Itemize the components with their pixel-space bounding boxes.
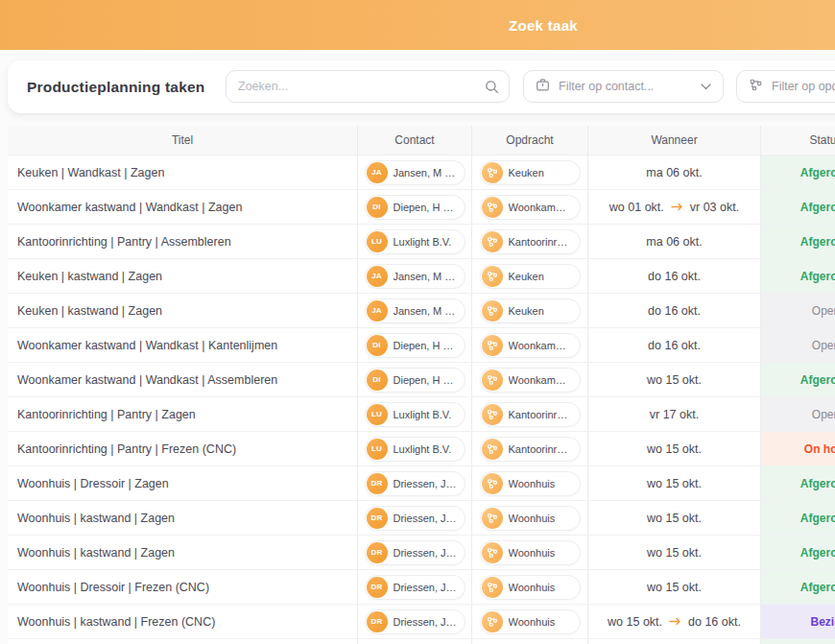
date-start: wo 15 okt. — [647, 442, 702, 456]
date-range: wo 01 okt. vr 03 okt. — [609, 201, 739, 214]
table-row[interactable]: Keuken | Wandkast | Zagen JA Jansen, M …… — [8, 155, 835, 189]
opdracht-chip[interactable]: Kantoorinr… — [480, 402, 581, 427]
contact-chip[interactable]: DR Driessen, J… — [365, 540, 465, 565]
opdracht-chip[interactable]: Woonhuis — [480, 471, 581, 496]
date-start: do 16 okt. — [648, 339, 701, 352]
contact-name: Luxlight B.V. — [394, 236, 452, 248]
opdracht-chip[interactable]: Keuken — [480, 264, 581, 289]
date-start: wo 15 okt. — [647, 546, 702, 560]
contact-avatar: DR — [367, 542, 388, 563]
table-row[interactable]: Woonhuis | Dressoir | Frezen (CNC) DR Dr… — [8, 569, 835, 604]
date-start: ma 06 okt. — [646, 166, 702, 179]
table-row[interactable]: Keuken | kastwand | Zagen JA Jansen, M …… — [8, 258, 835, 293]
search-icon[interactable] — [485, 80, 499, 94]
contact-name: Jansen, M … — [394, 167, 456, 179]
task-title: Woonkamer kastwand | Wandkast | Zagen — [17, 201, 242, 214]
sitemap-icon — [482, 404, 503, 425]
date-range: do 16 okt. — [648, 270, 701, 283]
sitemap-icon — [482, 300, 503, 322]
contact-chip[interactable]: LU Luxlight B.V. — [365, 437, 465, 462]
contact-chip[interactable]: DR Driessen, J… — [365, 575, 465, 600]
contact-chip[interactable]: DI Diepen, H … — [365, 368, 465, 393]
contact-chip[interactable]: DI Diepen, H … — [365, 333, 465, 358]
contact-chip[interactable]: JA Jansen, M … — [365, 298, 465, 323]
contact-chip[interactable]: LU Luxlight B.V. — [365, 229, 465, 254]
contact-name: Diepen, H … — [394, 340, 454, 351]
status-badge: Afgerond — [760, 190, 835, 224]
opdracht-name: Woonkam… — [509, 202, 566, 213]
date-range: wo 15 okt. do 16 okt. — [608, 615, 741, 629]
opdracht-chip[interactable]: Keuken — [480, 298, 581, 323]
contact-avatar: DR — [367, 508, 388, 529]
task-title: Keuken | Wandkast | Zagen — [17, 166, 164, 179]
opdracht-chip[interactable]: Woonhuis — [480, 609, 581, 634]
table-row[interactable]: Woonkamer kastwand | Wandkast | Zagen DI… — [8, 189, 835, 224]
table-row[interactable]: Woonkamer kastwand | Wandkast | Assemble… — [8, 362, 835, 396]
date-start: wo 15 okt. — [647, 581, 702, 594]
sitemap-icon — [482, 611, 503, 632]
date-end: vr 03 okt. — [690, 201, 739, 214]
opdracht-name: Keuken — [509, 271, 544, 282]
opdracht-chip[interactable]: Woonkam… — [480, 333, 581, 358]
filter-opdracht-dropdown[interactable]: Filter op opdracht... — [736, 70, 835, 103]
date-start: wo 01 okt. — [609, 201, 664, 214]
contact-avatar: DR — [367, 577, 388, 598]
sitemap-icon — [482, 197, 503, 218]
contact-chip[interactable]: DR Driessen, J… — [365, 506, 465, 531]
status-badge: Open — [760, 294, 835, 327]
status-badge: On hold — [760, 432, 835, 465]
opdracht-chip[interactable]: Woonhuis — [480, 540, 581, 565]
arrow-right-icon — [671, 203, 683, 211]
task-title: Woonkamer kastwand | Wandkast | Kantenli… — [17, 339, 277, 352]
opdracht-name: Keuken — [509, 167, 544, 179]
page-title: Productieplanning taken — [27, 79, 204, 96]
task-title: Keuken | kastwand | Zagen — [17, 270, 162, 283]
contact-chip[interactable]: DI Diepen, H … — [365, 195, 465, 220]
table-row[interactable]: Woonhuis | kastwand | Frezen (CNC) DR Dr… — [8, 604, 835, 638]
table-row[interactable]: Keuken | kastwand | Zagen JA Jansen, M …… — [8, 293, 835, 327]
opdracht-chip[interactable]: Kantoorinr… — [480, 229, 581, 254]
task-title: Kantoorinrichting | Pantry | Frezen (CNC… — [17, 442, 236, 456]
table-row[interactable]: Woonhuis | kastwand | Zagen DR Driessen,… — [8, 500, 835, 535]
contact-name: Luxlight B.V. — [394, 409, 452, 420]
app-header: Zoek taak — [0, 0, 835, 50]
contact-avatar: DI — [367, 370, 388, 391]
app-header-title: Zoek taak — [509, 17, 578, 34]
filter-contact-dropdown[interactable]: Filter op contact... — [523, 70, 724, 103]
opdracht-chip[interactable]: Woonkam… — [480, 368, 581, 393]
table-row[interactable]: Woonkamer kastwand | Wandkast | Kantenli… — [8, 327, 835, 362]
table-row[interactable]: Kantoorinrichting | Pantry | Assembleren… — [8, 224, 835, 258]
contact-chip[interactable]: DR Driessen, J… — [365, 471, 465, 496]
contact-avatar: DR — [367, 473, 388, 494]
opdracht-chip[interactable]: Woonhuis — [480, 506, 581, 531]
contact-chip[interactable]: JA Jansen, M … — [365, 160, 465, 185]
chevron-down-icon — [701, 83, 711, 90]
contact-chip[interactable]: LU Luxlight B.V. — [365, 402, 465, 427]
opdracht-name: Woonkam… — [509, 374, 566, 386]
table-row[interactable]: Kantoorinrichting | Pantry | Zagen LU Lu… — [8, 396, 835, 431]
date-range: wo 15 okt. — [647, 546, 702, 560]
contact-chip[interactable]: DR Driessen, J… — [365, 609, 465, 634]
opdracht-chip[interactable]: Kantoorinr… — [480, 437, 581, 462]
opdracht-name: Woonhuis — [509, 478, 556, 489]
table-row[interactable]: Woonhuis | Dressoir | Zagen DR Driessen,… — [8, 465, 835, 500]
opdracht-chip[interactable]: Woonhuis — [480, 575, 581, 600]
sitemap-icon — [482, 473, 503, 494]
contact-chip[interactable]: JA Jansen, M … — [365, 264, 465, 289]
contact-avatar: LU — [367, 231, 388, 252]
search-input[interactable] — [227, 71, 485, 102]
date-end: do 16 okt. — [688, 615, 741, 629]
opdracht-chip[interactable]: Woonkam… — [480, 195, 581, 220]
search-box[interactable] — [226, 70, 510, 103]
date-range: ma 06 okt. — [646, 235, 702, 249]
sitemap-icon — [482, 370, 503, 391]
contact-name: Jansen, M … — [394, 271, 456, 282]
opdracht-chip[interactable]: Keuken — [480, 160, 581, 185]
table-row[interactable]: Woonhuis | kastwand | Zagen DR Driessen,… — [8, 535, 835, 569]
table-row[interactable]: Kantoorinrichting | Pantry | Frezen (CNC… — [8, 431, 835, 465]
column-header-titel: Titel — [8, 126, 357, 155]
table-row[interactable] — [8, 638, 835, 644]
date-start: do 16 okt. — [648, 304, 701, 318]
task-title: Woonhuis | kastwand | Zagen — [17, 512, 175, 525]
status-badge — [760, 639, 835, 644]
